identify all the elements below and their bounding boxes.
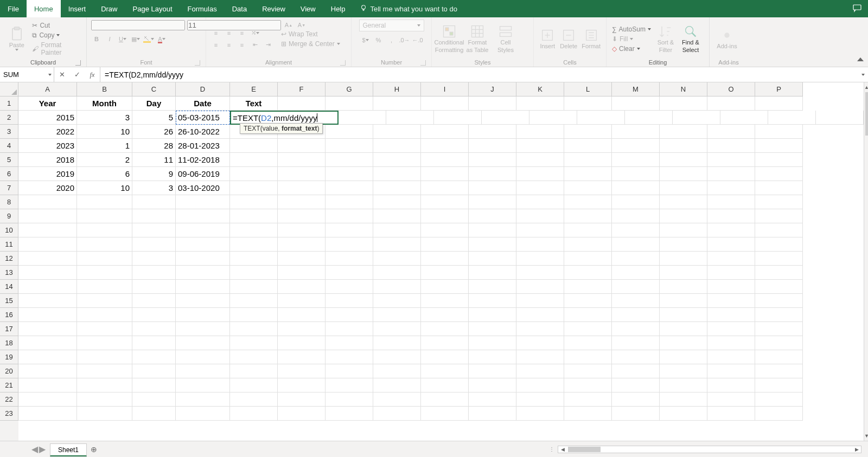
cell[interactable] [755, 153, 803, 167]
cell[interactable] [230, 209, 278, 223]
cell[interactable] [469, 223, 516, 237]
cell[interactable] [230, 266, 278, 280]
cell[interactable] [421, 139, 469, 153]
cell[interactable] [469, 308, 516, 322]
cell[interactable] [516, 378, 564, 392]
cell[interactable] [516, 322, 564, 336]
cell[interactable] [564, 322, 612, 336]
cell[interactable] [564, 378, 612, 392]
cell[interactable] [421, 336, 469, 350]
cell[interactable] [18, 195, 77, 209]
cell[interactable] [421, 350, 469, 364]
cell[interactable] [564, 195, 612, 209]
cell[interactable] [755, 252, 803, 266]
cell[interactable] [564, 125, 612, 139]
cell[interactable] [132, 308, 176, 322]
cell[interactable] [18, 378, 77, 392]
cell[interactable] [278, 195, 326, 209]
cell[interactable] [132, 209, 176, 223]
cell[interactable] [77, 195, 132, 209]
cell[interactable] [516, 223, 564, 237]
tab-insert[interactable]: Insert [61, 0, 94, 17]
cell[interactable] [707, 223, 755, 237]
cell[interactable] [326, 378, 373, 392]
cell[interactable] [469, 181, 516, 195]
cell[interactable] [176, 280, 230, 294]
cell[interactable] [421, 195, 469, 209]
cell[interactable] [77, 364, 132, 378]
cell[interactable] [421, 280, 469, 294]
tab-draw[interactable]: Draw [93, 0, 125, 17]
cell[interactable] [612, 336, 660, 350]
cell[interactable] [373, 407, 421, 421]
align-center-icon[interactable]: ≡ [224, 40, 234, 50]
cell[interactable] [373, 181, 421, 195]
cell[interactable] [176, 294, 230, 308]
cell[interactable] [564, 209, 612, 223]
cell[interactable] [278, 308, 326, 322]
cell[interactable] [469, 125, 516, 139]
cell[interactable] [176, 364, 230, 378]
cell[interactable] [660, 392, 707, 407]
font-color-button[interactable]: A [156, 34, 167, 44]
cell[interactable] [469, 322, 516, 336]
cell[interactable] [660, 125, 707, 139]
cell[interactable] [516, 181, 564, 195]
cell[interactable] [278, 266, 326, 280]
cell[interactable] [660, 167, 707, 181]
row-header[interactable]: 10 [0, 223, 18, 237]
cell[interactable] [625, 111, 673, 125]
cell[interactable] [564, 223, 612, 237]
column-header[interactable]: J [469, 82, 516, 96]
cell[interactable] [612, 392, 660, 407]
cell[interactable]: 2 [77, 153, 132, 167]
row-header[interactable]: 9 [0, 209, 18, 223]
cell[interactable] [469, 195, 516, 209]
cell[interactable] [230, 350, 278, 364]
cell[interactable] [516, 308, 564, 322]
row-header[interactable]: 4 [0, 139, 18, 153]
cell[interactable] [326, 181, 373, 195]
cell[interactable] [18, 308, 77, 322]
cell[interactable] [529, 111, 577, 125]
dialog-launcher-icon[interactable] [340, 60, 346, 66]
cell[interactable] [707, 195, 755, 209]
cell[interactable] [660, 280, 707, 294]
cell[interactable] [755, 223, 803, 237]
cell[interactable] [421, 308, 469, 322]
cell[interactable]: 28-01-2023 [176, 139, 230, 153]
cell[interactable] [278, 392, 326, 407]
cell[interactable] [421, 153, 469, 167]
cell[interactable]: Month [77, 96, 132, 111]
cell[interactable] [326, 280, 373, 294]
row-header[interactable]: 2 [0, 111, 18, 125]
format-cells-button[interactable]: Format [580, 27, 602, 51]
row-header[interactable]: 7 [0, 181, 18, 195]
cell[interactable] [421, 237, 469, 252]
dialog-launcher-icon[interactable] [420, 60, 426, 66]
cell[interactable] [230, 139, 278, 153]
cell[interactable] [421, 181, 469, 195]
cell[interactable] [278, 223, 326, 237]
cell[interactable] [660, 336, 707, 350]
column-header[interactable]: H [373, 82, 421, 96]
cell[interactable] [132, 350, 176, 364]
cell[interactable] [230, 364, 278, 378]
cell[interactable] [278, 407, 326, 421]
cell[interactable]: Text [230, 96, 278, 111]
cell[interactable] [373, 252, 421, 266]
cell[interactable] [278, 350, 326, 364]
cell[interactable] [660, 350, 707, 364]
cell[interactable] [326, 96, 373, 111]
cell[interactable] [230, 407, 278, 421]
cell[interactable] [707, 407, 755, 421]
cell[interactable]: 2023 [18, 139, 77, 153]
italic-button[interactable]: I [104, 34, 115, 44]
cell[interactable] [612, 294, 660, 308]
cell[interactable] [720, 111, 768, 125]
cell[interactable] [612, 266, 660, 280]
cell[interactable] [77, 237, 132, 252]
cell[interactable] [18, 392, 77, 407]
row-header[interactable]: 17 [0, 322, 18, 336]
cell[interactable] [132, 237, 176, 252]
